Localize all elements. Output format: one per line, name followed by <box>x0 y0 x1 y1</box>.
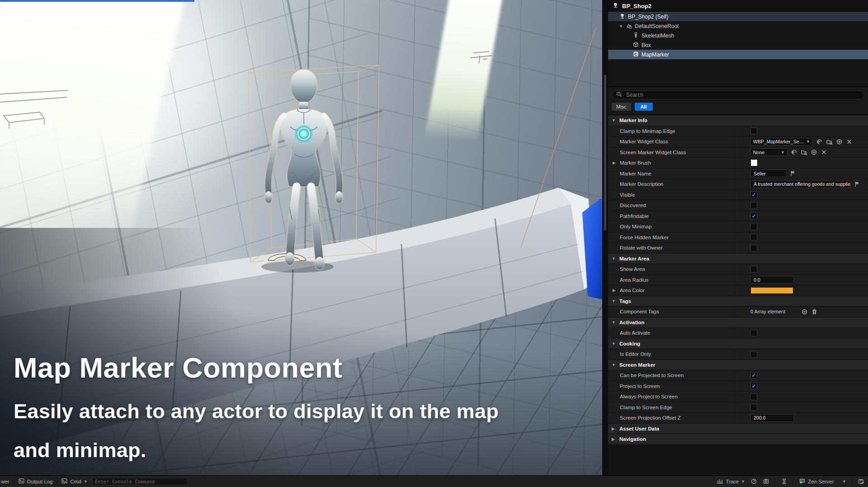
pathfindable-checkbox[interactable]: ✓ <box>750 213 757 219</box>
category-cooking[interactable]: ▼Cooking <box>608 339 868 350</box>
splitter-thumb[interactable] <box>604 75 606 231</box>
category-screen-marker[interactable]: ▼Screen Marker <box>608 360 868 371</box>
category-label: Screen Marker <box>619 362 655 368</box>
flag-icon[interactable] <box>790 170 797 177</box>
clear-icon[interactable] <box>846 138 853 145</box>
filter-button-misc[interactable]: Misc <box>612 103 631 111</box>
tree-item-mapmarker[interactable]: CMapMarker <box>608 50 868 59</box>
category-marker-area[interactable]: ▼Marker Area <box>608 254 868 265</box>
level-viewport[interactable]: Map Marker Component Easily attach to an… <box>0 0 602 475</box>
only-minimap-checkbox[interactable] <box>750 223 757 230</box>
chevron-down-icon[interactable]: ▼ <box>612 363 617 367</box>
property-value: 0.0 <box>735 275 868 285</box>
zen-server-dropdown[interactable]: Zen Server ▼ <box>799 478 846 485</box>
chevron-down-icon[interactable]: ▼ <box>612 256 617 261</box>
add-icon[interactable] <box>836 138 843 145</box>
details-header: BP_Shop2 <box>608 0 868 12</box>
chevron-down-icon[interactable]: ▼ <box>618 24 623 28</box>
wireframe-structures <box>0 52 492 128</box>
marker-brush-swatch[interactable] <box>750 159 758 166</box>
trace-dropdown[interactable]: Trace ▼ <box>717 478 745 485</box>
category-asset-user-data[interactable]: ▶Asset User Data <box>608 424 868 435</box>
tree-item-skeletalmesh[interactable]: SkeletalMesh <box>608 31 868 40</box>
chevron-down-icon: ▼ <box>84 479 88 484</box>
property-row-always-project-to-screen: Always Project to Screen <box>608 392 868 402</box>
browse-asset-icon[interactable] <box>826 138 833 145</box>
session-gauge-icon[interactable] <box>750 478 757 485</box>
property-row-rotate-with-owner: Rotate with Owner <box>608 243 868 254</box>
property-label: Show Area <box>608 264 735 274</box>
status-bar-right: Trace ▼ Zen Server ▼ <box>717 478 868 485</box>
tree-item-box[interactable]: Box <box>608 40 868 50</box>
category-marker-info[interactable]: ▼Marker Info <box>608 115 868 126</box>
is-editor-only-checkbox[interactable] <box>750 351 757 358</box>
chevron-right-icon[interactable]: ▶ <box>613 288 618 293</box>
auto-activate-checkbox[interactable] <box>750 330 757 336</box>
discovered-checkbox[interactable] <box>750 202 757 209</box>
search-box[interactable] <box>612 90 864 99</box>
clear-icon[interactable] <box>821 149 827 156</box>
visible-checkbox[interactable]: ✓ <box>750 191 757 198</box>
browse-asset-icon[interactable] <box>801 149 807 156</box>
chevron-down-icon[interactable]: ▼ <box>612 320 617 325</box>
add-icon[interactable] <box>801 308 808 315</box>
cmd-dropdown[interactable]: Cmd ▼ <box>61 478 87 485</box>
use-asset-icon[interactable] <box>816 138 823 145</box>
property-value <box>735 392 868 402</box>
trash-icon[interactable] <box>811 308 818 315</box>
tree-item-bp-shop2-self-[interactable]: BP_Shop2 (Self) <box>608 12 868 21</box>
property-row-area-radius: Area Radius0.0 <box>608 275 868 286</box>
revision-control-icon[interactable] <box>858 478 864 485</box>
screen-projection-offset-z-input[interactable]: 200.0 <box>750 414 794 422</box>
property-row-screen-projection-offset-z: Screen Projection Offset Z200.0 <box>608 413 868 424</box>
screenshot-chart-icon[interactable] <box>763 478 769 485</box>
component-icon: C <box>632 51 639 59</box>
clamp-to-screen-edge-checkbox[interactable] <box>750 404 757 411</box>
chevron-down-icon: ▼ <box>806 139 810 144</box>
tree-item-label: DefaultSceneRoot <box>635 23 679 29</box>
tree-item-label: BP_Shop2 (Self) <box>628 14 668 20</box>
panel-splitter[interactable] <box>602 0 608 475</box>
console-command-input[interactable] <box>92 478 188 485</box>
project-to-screen-checkbox[interactable]: ✓ <box>750 383 757 389</box>
area-radius-input[interactable]: 0.0 <box>750 276 794 284</box>
marker-widget-class-dropdown[interactable]: WBP_MapMarker_Seller▼ <box>750 138 813 146</box>
category-navigation[interactable]: ▶Navigation <box>608 434 868 445</box>
rotate-with-owner-checkbox[interactable] <box>750 245 757 251</box>
category-tags[interactable]: ▼Tags <box>608 296 868 307</box>
chevron-down-icon[interactable]: ▼ <box>612 341 617 346</box>
chevron-right-icon[interactable]: ▶ <box>613 161 618 165</box>
separator <box>14 478 14 485</box>
trace-chart-icon <box>717 478 723 485</box>
search-input[interactable] <box>625 91 860 99</box>
force-hidden-marker-checkbox[interactable] <box>750 234 757 241</box>
hourglass-icon[interactable] <box>781 478 788 485</box>
area-color-colorbar[interactable] <box>750 287 793 294</box>
show-area-checkbox[interactable] <box>750 266 757 273</box>
always-project-to-screen-checkbox[interactable] <box>750 393 757 400</box>
search-icon <box>616 91 623 99</box>
chevron-down-icon[interactable]: ▼ <box>612 118 617 123</box>
property-value: ✓ <box>735 370 868 381</box>
marker-description-input[interactable]: A trusted merchant offering goods and su… <box>750 180 851 188</box>
chevron-right-icon[interactable]: ▶ <box>612 426 617 431</box>
flag-icon[interactable] <box>854 181 861 188</box>
tree-item-label: SkeletalMesh <box>642 33 674 39</box>
category-activation[interactable]: ▼Activation <box>608 317 868 328</box>
can-be-projected-to-screen-checkbox[interactable]: ✓ <box>750 372 757 379</box>
output-log-button[interactable]: Output Log <box>18 478 53 485</box>
filter-button-all[interactable]: All <box>635 103 653 111</box>
tree-item-defaultsceneroot[interactable]: ▼DefaultSceneRoot <box>608 21 868 31</box>
chevron-down-icon[interactable]: ▼ <box>612 299 617 303</box>
property-label: Can be Projected to Screen <box>608 370 735 381</box>
use-asset-icon[interactable] <box>791 149 797 156</box>
add-icon[interactable] <box>811 149 817 156</box>
chevron-right-icon[interactable]: ▶ <box>612 437 617 441</box>
output-log-icon <box>18 478 25 485</box>
screen-marker-widget-class-dropdown[interactable]: None▼ <box>750 148 788 156</box>
clipped-content-drawer-label[interactable]: wer <box>1 479 9 484</box>
clamp-to-minimap-edge-checkbox[interactable] <box>750 128 757 134</box>
category-label: Marker Area <box>619 256 649 261</box>
marker-name-input[interactable]: Seller <box>750 170 787 177</box>
property-value: 0 Array element <box>735 307 868 317</box>
